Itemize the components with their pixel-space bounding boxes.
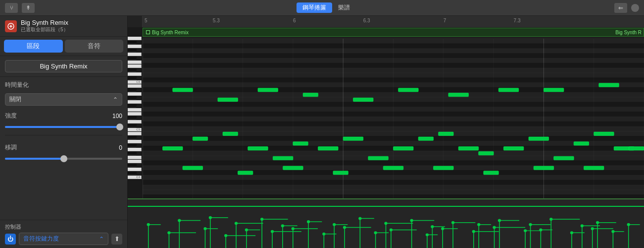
divider bbox=[5, 135, 122, 135]
svg-rect-119 bbox=[293, 142, 308, 145]
chevron-down-icon: ⌃ bbox=[113, 96, 118, 103]
svg-rect-129 bbox=[529, 137, 549, 140]
timeline-marks: 5 5.3 6 6.3 7 7.3 bbox=[143, 16, 644, 27]
transpose-label-row: 移調 0 bbox=[5, 143, 122, 152]
velocity-label: 強度 bbox=[5, 112, 17, 120]
quantize-select[interactable]: 關閉 ⌃ bbox=[5, 93, 122, 106]
track-sub: 已選取全部區段（5） bbox=[21, 26, 122, 33]
svg-rect-3 bbox=[143, 39, 644, 44]
circle-icon[interactable] bbox=[631, 4, 639, 12]
transpose-fill bbox=[5, 158, 64, 160]
top-bar-left: ⑂ ↟ bbox=[5, 3, 35, 13]
svg-rect-41 bbox=[143, 131, 644, 136]
svg-rect-123 bbox=[394, 147, 414, 150]
region-name-box[interactable]: Big Synth Remix bbox=[5, 60, 122, 72]
quantize-value: 關閉 bbox=[9, 95, 21, 104]
piano-roll-area: 5 5.3 6 6.3 7 7.3 C6C5C4 Big Synth Remix… bbox=[128, 16, 644, 248]
region-bar: Big Synth Remix Big Synth R bbox=[143, 28, 644, 37]
velocity-value: 100 bbox=[112, 113, 122, 120]
branch-icon[interactable]: ↟ bbox=[22, 3, 35, 13]
svg-rect-15 bbox=[143, 68, 644, 73]
svg-rect-148 bbox=[383, 166, 403, 170]
grid-area[interactable]: Big Synth Remix Big Synth R bbox=[143, 28, 644, 198]
tab-note[interactable]: 音符 bbox=[65, 40, 124, 53]
share-button[interactable]: ⬆ bbox=[111, 234, 122, 245]
svg-rect-53 bbox=[143, 161, 644, 166]
svg-rect-141 bbox=[498, 88, 519, 92]
velocity-label-row: 強度 100 bbox=[5, 112, 122, 120]
mark-5: 5 bbox=[145, 18, 148, 23]
mark-5-3: 5.3 bbox=[213, 18, 220, 23]
svg-rect-121 bbox=[343, 137, 363, 140]
svg-rect-115 bbox=[193, 137, 207, 140]
fork-icon[interactable]: ⑂ bbox=[5, 3, 18, 13]
svg-rect-65 bbox=[143, 190, 644, 195]
svg-rect-139 bbox=[398, 88, 419, 92]
transpose-slider[interactable] bbox=[5, 158, 122, 160]
svg-rect-17 bbox=[143, 73, 644, 78]
velocity-thumb[interactable] bbox=[116, 124, 123, 130]
svg-rect-35 bbox=[143, 117, 644, 122]
score-tab[interactable]: 樂譜 bbox=[335, 2, 353, 13]
tab-region[interactable]: 區段 bbox=[4, 40, 63, 53]
power-button[interactable]: ⏻ bbox=[5, 234, 16, 245]
timeline-ruler: 5 5.3 6 6.3 7 7.3 bbox=[128, 16, 644, 28]
svg-rect-137 bbox=[303, 93, 318, 96]
mark-7-3: 7.3 bbox=[514, 18, 521, 23]
ctrl-row: ⏻ 音符按鍵力度 ⌃ ⬆ bbox=[5, 233, 122, 245]
svg-rect-55 bbox=[143, 166, 644, 171]
svg-rect-51 bbox=[143, 156, 644, 161]
quantize-label: 時間量化 bbox=[5, 81, 29, 89]
svg-rect-127 bbox=[479, 151, 494, 155]
svg-rect-153 bbox=[629, 147, 644, 150]
svg-rect-67 bbox=[143, 195, 644, 198]
track-icon bbox=[5, 20, 17, 32]
track-name: Big Synth Remix bbox=[21, 19, 122, 26]
svg-rect-146 bbox=[283, 166, 303, 170]
svg-rect-150 bbox=[484, 171, 498, 175]
svg-rect-124 bbox=[418, 137, 433, 140]
svg-rect-11 bbox=[143, 58, 644, 63]
piano-roll-tab[interactable]: 鋼琴捲簾 bbox=[297, 2, 332, 13]
svg-rect-120 bbox=[318, 147, 339, 150]
svg-rect-132 bbox=[594, 132, 614, 135]
svg-rect-125 bbox=[439, 132, 453, 135]
svg-rect-151 bbox=[534, 166, 554, 170]
svg-rect-136 bbox=[258, 88, 278, 92]
svg-rect-117 bbox=[248, 147, 268, 150]
track-info: Big Synth Remix 已選取全部區段（5） bbox=[21, 19, 122, 33]
svg-rect-57 bbox=[143, 170, 644, 175]
svg-rect-37 bbox=[143, 122, 644, 126]
svg-rect-144 bbox=[183, 166, 203, 170]
velocity-fill bbox=[5, 126, 122, 128]
top-bar-right: ⇐ bbox=[614, 3, 639, 13]
svg-rect-145 bbox=[238, 171, 252, 175]
svg-rect-61 bbox=[143, 180, 644, 185]
track-header: Big Synth Remix 已選取全部區段（5） bbox=[0, 16, 127, 37]
svg-rect-13 bbox=[143, 63, 644, 68]
svg-rect-31 bbox=[143, 107, 644, 112]
velocity-section bbox=[128, 198, 644, 248]
arrow-left-icon[interactable]: ⇐ bbox=[614, 3, 627, 13]
svg-rect-114 bbox=[163, 147, 183, 150]
svg-rect-140 bbox=[448, 93, 469, 96]
svg-rect-131 bbox=[574, 142, 589, 145]
svg-rect-130 bbox=[554, 156, 574, 160]
svg-rect-27 bbox=[143, 97, 644, 102]
svg-rect-39 bbox=[143, 126, 644, 131]
transpose-thumb[interactable] bbox=[60, 155, 67, 162]
controller-section: 控制器 ⏻ 音符按鍵力度 ⌃ ⬆ bbox=[0, 220, 127, 248]
velocity-slider[interactable] bbox=[5, 126, 122, 128]
svg-rect-134 bbox=[173, 88, 193, 92]
controller-select[interactable]: 音符按鍵力度 ⌃ bbox=[19, 233, 108, 245]
svg-rect-29 bbox=[143, 102, 644, 107]
svg-rect-47 bbox=[143, 146, 644, 151]
svg-rect-19 bbox=[143, 78, 644, 83]
svg-rect-122 bbox=[368, 156, 389, 160]
svg-rect-59 bbox=[143, 175, 644, 180]
left-panel: Big Synth Remix 已選取全部區段（5） 區段 音符 Big Syn… bbox=[0, 16, 128, 248]
region-bar-right-label: Big Synth R bbox=[615, 30, 642, 35]
svg-rect-126 bbox=[458, 147, 479, 150]
svg-rect-7 bbox=[143, 49, 644, 54]
mark-6-3: 6.3 bbox=[363, 18, 370, 23]
